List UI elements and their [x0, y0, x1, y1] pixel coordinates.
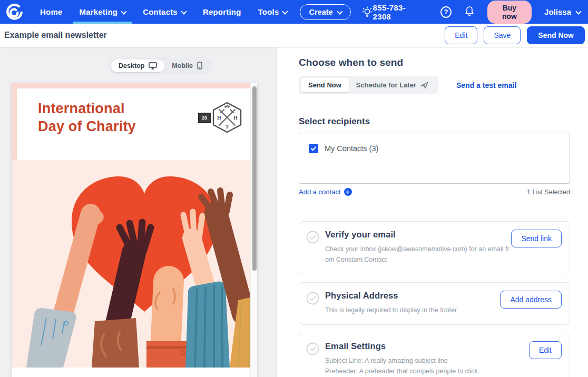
chevron-down-icon: [181, 8, 186, 13]
schedule-later-tab-label: Schedule for Later: [356, 81, 416, 89]
recipients-footer-row: Add a contact + 1 List Selected: [299, 188, 570, 196]
physical-address-card: Physical Address This is legally require…: [299, 282, 570, 325]
nav-item-reporting[interactable]: Reporting: [194, 0, 250, 24]
card-title: Verify your email: [325, 230, 511, 240]
add-contact-link[interactable]: Add a contact +: [299, 188, 352, 196]
preview-scrollbar-thumb[interactable]: [252, 86, 257, 271]
nav-item-label: Marketing: [79, 7, 117, 16]
monitor-icon: [149, 62, 157, 70]
card-description: This is legally required to display in t…: [325, 305, 457, 315]
email-preview-pane: Desktop Mobile International Day of Char…: [0, 47, 277, 377]
phone-icon: [197, 62, 202, 70]
recipients-list-box: My Contacts (3): [299, 133, 570, 184]
user-menu[interactable]: Jolissa: [544, 7, 581, 16]
nav-item-label: Contacts: [143, 7, 178, 16]
edit-button[interactable]: Edit: [445, 26, 477, 44]
lightbulb-icon[interactable]: [361, 6, 373, 18]
preview-scrollbar[interactable]: [250, 83, 257, 377]
list-selected-count: 1 List Selected: [527, 188, 570, 196]
rocket-icon: [420, 81, 429, 89]
support-phone-number[interactable]: 855-783-2308: [373, 3, 420, 21]
chevron-down-icon: [576, 8, 581, 13]
nav-item-tools[interactable]: Tools: [250, 0, 296, 24]
charity-heart-illustration: [12, 160, 257, 368]
svg-text:H: H: [233, 115, 238, 121]
email-preview-card: International Day of Charity 20 H: [12, 83, 257, 377]
add-address-button[interactable]: Add address: [500, 291, 562, 309]
buy-now-button[interactable]: Buy now: [487, 1, 532, 24]
card-settings-lines: Subject Line: A really amazing subject l…: [325, 355, 509, 377]
my-contacts-checkbox[interactable]: [309, 144, 318, 153]
nav-item-contacts[interactable]: Contacts: [134, 0, 194, 24]
desktop-toggle[interactable]: Desktop: [111, 59, 164, 72]
select-recipients-heading: Select recipients: [299, 116, 570, 127]
send-now-tab-label: Send Now: [308, 81, 341, 89]
circle-check-icon: [306, 292, 319, 305]
desktop-toggle-label: Desktop: [119, 62, 144, 70]
nav-item-home[interactable]: Home: [32, 0, 71, 24]
logo-flag-badge: 20: [198, 113, 211, 123]
main-nav: Home Marketing Contacts Reporting Tools: [32, 0, 296, 24]
mobile-toggle-label: Mobile: [172, 62, 193, 70]
email-settings-card: Email Settings Subject Line: A really am…: [299, 333, 570, 377]
add-contact-label: Add a contact: [299, 188, 341, 196]
email-header-section: International Day of Charity 20 H: [12, 83, 257, 160]
subject-line: Subject Line: A really amazing subject l…: [325, 355, 509, 366]
card-description: Check your inbox (jskow@awesomemotive.co…: [325, 244, 511, 265]
user-name: Jolissa: [544, 7, 571, 16]
preheader-line: Preheader: A preheader that compels peop…: [325, 366, 509, 376]
verify-email-card: Verify your email Check your inbox (jsko…: [299, 221, 570, 274]
main-content: Desktop Mobile International Day of Char…: [0, 47, 588, 377]
nav-item-marketing[interactable]: Marketing: [71, 0, 134, 24]
constant-contact-logo-icon[interactable]: [5, 3, 23, 21]
save-button[interactable]: Save: [484, 26, 521, 44]
nav-item-label: Tools: [258, 7, 279, 16]
create-button[interactable]: Create: [300, 4, 350, 20]
contact-list-label: My Contacts (3): [325, 144, 378, 153]
card-title: Physical Address: [325, 291, 457, 301]
send-now-tab[interactable]: Send Now: [301, 78, 349, 92]
mobile-toggle[interactable]: Mobile: [164, 59, 210, 72]
contact-list-row[interactable]: My Contacts (3): [309, 144, 560, 153]
page-title: Example email newsletter: [4, 31, 107, 40]
document-header-bar: Example email newsletter Edit Save Send …: [0, 24, 588, 47]
circle-check-icon: [306, 342, 319, 355]
header-actions: Edit Save Send Now: [445, 26, 585, 44]
charity-logo: 20 H H T: [198, 101, 243, 134]
send-timing-toggle: Send Now Schedule for Later: [299, 76, 438, 94]
chevron-down-icon: [337, 8, 342, 13]
chevron-down-icon: [121, 8, 126, 13]
send-link-button[interactable]: Send link: [511, 230, 562, 247]
create-button-label: Create: [309, 8, 332, 16]
email-footer-block: You can make a difference.: [12, 368, 257, 377]
choose-when-heading: Choose when to send: [299, 57, 570, 68]
schedule-later-tab[interactable]: Schedule for Later: [349, 78, 436, 92]
edit-settings-button[interactable]: Edit: [529, 341, 562, 359]
circle-check-icon: [306, 231, 319, 244]
chevron-down-icon: [282, 8, 287, 13]
hexagon-crest-icon: H H T: [211, 101, 243, 134]
nav-item-label: Reporting: [203, 7, 241, 16]
nav-item-label: Home: [40, 7, 62, 16]
top-navbar: Home Marketing Contacts Reporting Tools …: [0, 0, 588, 24]
navbar-right-cluster: 855-783-2308 ? Buy now Jolissa: [373, 1, 581, 24]
send-options-pane: Choose when to send Send Now Schedule fo…: [277, 47, 588, 377]
device-preview-toggle: Desktop Mobile: [110, 57, 211, 74]
notifications-bell-icon[interactable]: [464, 5, 475, 19]
svg-text:H: H: [217, 115, 221, 121]
plus-circle-icon: +: [344, 188, 352, 196]
svg-text:T: T: [226, 124, 229, 130]
help-icon[interactable]: ?: [440, 6, 452, 18]
send-now-button[interactable]: Send Now: [527, 26, 585, 44]
email-header-block: International Day of Charity 20 H: [17, 88, 252, 160]
send-timing-row: Send Now Schedule for Later Send a test …: [299, 76, 570, 94]
send-test-email-link[interactable]: Send a test email: [456, 81, 516, 90]
card-title: Email Settings: [325, 341, 509, 351]
